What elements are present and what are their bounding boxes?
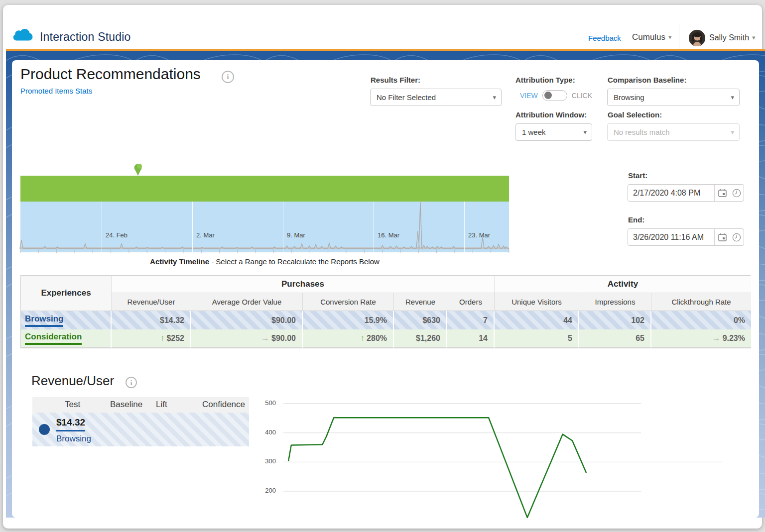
goal-selection-select[interactable]: No results match▾ <box>607 123 740 141</box>
date-tick-label: 16. Mar <box>378 231 399 239</box>
attribution-type-toggle-row: VIEW CLICK <box>520 90 592 101</box>
y-axis-tick-label: 400 <box>252 428 276 436</box>
table-cell: 5 <box>495 329 579 348</box>
column-header[interactable]: Average Order Value <box>191 293 303 311</box>
y-axis-tick-label: 300 <box>252 457 276 465</box>
table-cell: 15.9% <box>303 311 394 329</box>
start-datetime-input[interactable]: 2/17/2020 4:08 PM <box>628 184 744 202</box>
chevron-down-icon: ▾ <box>731 124 734 140</box>
date-tick-label: 9. Mar <box>287 231 305 239</box>
topbar-divider <box>679 24 679 49</box>
y-axis-tick-label: 500 <box>252 399 276 407</box>
app-window: Interaction Studio Feedback Cumulus▾ Sal… <box>3 5 762 529</box>
column-header[interactable]: Revenue/User <box>112 293 191 311</box>
date-tick-label: 2. Mar <box>196 231 215 239</box>
activity-timeline-chart[interactable]: 24. Feb2. Mar9. Mar16. Mar23. Mar <box>20 202 509 252</box>
avatar-photo <box>689 30 705 46</box>
column-header[interactable]: Impressions <box>579 293 651 311</box>
page-title: Product Recommendations <box>20 66 201 83</box>
attribution-window-select[interactable]: 1 week▾ <box>515 123 592 141</box>
column-header[interactable]: Conversion Rate <box>303 293 394 311</box>
summary-col-baseline: Baseline <box>110 400 142 410</box>
results-filter-select[interactable]: No Filter Selected▾ <box>370 89 502 106</box>
user-menu[interactable]: Sally Smith▾ <box>709 33 756 42</box>
date-gridline <box>464 202 465 252</box>
trend-arrow-icon: ↑ <box>361 333 365 343</box>
y-axis-tick-label: 200 <box>252 487 276 494</box>
column-header[interactable]: Revenue <box>394 293 447 311</box>
revenue-user-line-chart <box>283 396 722 518</box>
promoted-items-stats-link[interactable]: Promoted Items Stats <box>20 87 92 95</box>
table-cell: →9.23% <box>651 329 751 348</box>
table-cell: $14.32 <box>112 311 191 329</box>
click-option[interactable]: CLICK <box>572 92 592 100</box>
summary-col-test: Test <box>65 400 80 410</box>
clock-icon[interactable] <box>730 233 744 242</box>
comparison-baseline-select[interactable]: Browsing▾ <box>607 89 740 106</box>
calendar-icon[interactable] <box>714 229 730 245</box>
toggle-knob <box>544 92 552 99</box>
view-option[interactable]: VIEW <box>520 92 538 100</box>
experience-pin-icon[interactable] <box>133 163 143 176</box>
cloud-logo-icon <box>13 28 34 43</box>
row-label-browsing[interactable]: Browsing <box>21 311 112 329</box>
summary-col-lift: Lift <box>156 400 167 410</box>
goal-selection-label: Goal Selection: <box>608 110 662 119</box>
trend-arrow-icon: → <box>261 333 269 343</box>
date-gridline <box>102 202 102 252</box>
date-gridline <box>374 202 374 252</box>
table-cell: 102 <box>579 311 651 329</box>
chevron-down-icon: ▾ <box>752 34 756 41</box>
feedback-link[interactable]: Feedback <box>588 34 621 42</box>
column-header[interactable]: Unique Visitors <box>495 293 579 311</box>
table-cell: $90.00 <box>191 311 303 329</box>
table-cell: 14 <box>447 329 495 348</box>
column-header[interactable]: Orders <box>447 293 495 311</box>
test-underline <box>56 430 85 431</box>
end-label: End: <box>628 215 644 224</box>
table-cell: $1,260 <box>394 329 447 348</box>
chevron-down-icon: ▾ <box>493 89 496 106</box>
test-experience-label: Browsing <box>56 434 91 444</box>
column-header[interactable]: Clickthrough Rate <box>651 293 751 311</box>
date-gridline <box>283 202 283 252</box>
revenue-user-title: Revenue/User <box>31 373 114 389</box>
app-title: Interaction Studio <box>40 30 131 44</box>
date-tick-label: 23. Mar <box>468 231 490 239</box>
chevron-down-icon: ▾ <box>583 124 587 140</box>
clock-icon[interactable] <box>730 189 744 198</box>
series-dot-icon <box>39 424 50 435</box>
summary-data-row[interactable]: $14.32 Browsing <box>32 413 249 446</box>
experience-active-band[interactable] <box>20 176 509 202</box>
summary-col-confidence: Confidence <box>202 400 245 410</box>
comparison-baseline-label: Comparison Baseline: <box>608 76 686 84</box>
table-cell: 44 <box>495 311 579 329</box>
date-gridline <box>192 202 193 252</box>
row-label-consideration[interactable]: Consideration <box>21 329 112 348</box>
view-click-toggle[interactable] <box>542 90 567 101</box>
date-tick-label: 24. Feb <box>106 231 128 239</box>
attribution-window-label: Attribution Window: <box>515 110 587 119</box>
info-icon[interactable]: i <box>126 377 137 388</box>
summary-header-row: Test Baseline Lift Confidence <box>32 397 249 413</box>
calendar-icon[interactable] <box>714 185 730 201</box>
end-datetime-input[interactable]: 3/26/2020 11:16 AM <box>628 228 744 246</box>
table-cell: $630 <box>394 311 447 329</box>
experiences-table: Experiences Purchases Activity Revenue/U… <box>20 275 751 348</box>
activity-sparkline <box>20 202 509 254</box>
start-value[interactable]: 2/17/2020 4:08 PM <box>628 189 714 198</box>
chevron-down-icon: ▾ <box>668 33 672 41</box>
attribution-type-label: Attribution Type: <box>515 76 575 84</box>
table-cell: ↑280% <box>303 329 394 348</box>
results-filter-label: Results Filter: <box>371 76 420 84</box>
start-label: Start: <box>628 171 647 180</box>
avatar[interactable] <box>689 30 705 46</box>
revenue-user-summary-table: Test Baseline Lift Confidence $14.32 Bro… <box>32 397 249 446</box>
account-menu[interactable]: Cumulus▾ <box>632 32 672 42</box>
table-cell: 65 <box>579 329 651 348</box>
chevron-down-icon: ▾ <box>731 89 734 106</box>
timeline-caption: Activity Timeline - Select a Range to Re… <box>20 257 509 266</box>
table-cell: ↑$252 <box>112 329 191 348</box>
info-icon[interactable]: i <box>222 71 234 83</box>
end-value[interactable]: 3/26/2020 11:16 AM <box>628 233 714 242</box>
